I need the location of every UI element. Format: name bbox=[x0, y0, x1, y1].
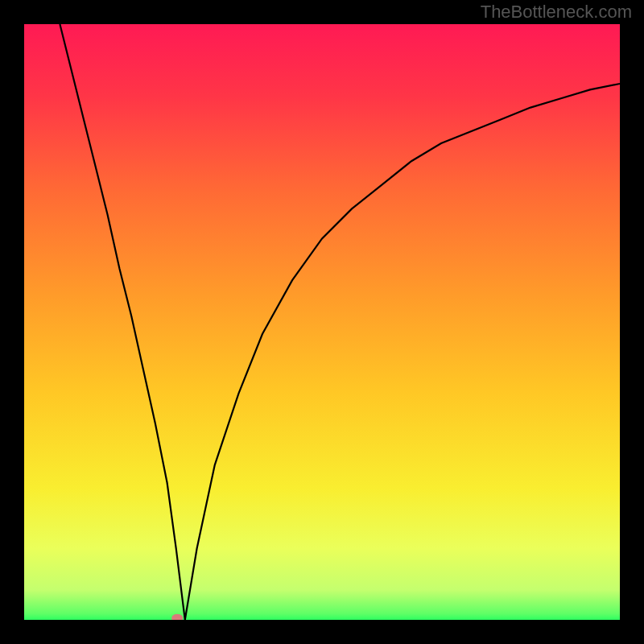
watermark-text: TheBottleneck.com bbox=[481, 2, 632, 23]
chart-container: TheBottleneck.com bbox=[0, 0, 644, 644]
bottleneck-curve bbox=[60, 24, 620, 620]
minimum-marker bbox=[171, 614, 183, 620]
curve-overlay bbox=[24, 24, 620, 620]
plot-area bbox=[24, 24, 620, 620]
